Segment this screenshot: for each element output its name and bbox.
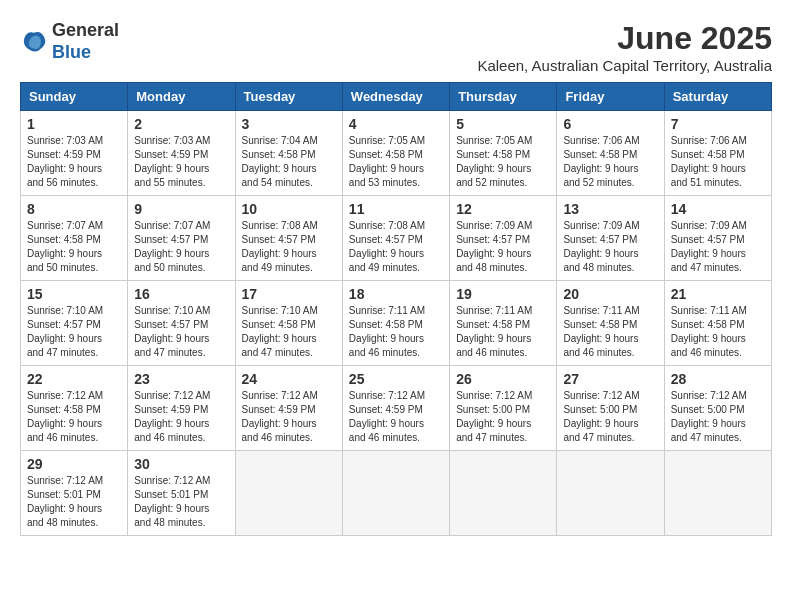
calendar-week-row: 15 Sunrise: 7:10 AM Sunset: 4:57 PM Dayl… — [21, 281, 772, 366]
daylight-text: Daylight: 9 hours and 47 minutes. — [563, 418, 638, 443]
title-block: June 2025 Kaleen, Australian Capital Ter… — [477, 20, 772, 74]
sunset-text: Sunset: 4:57 PM — [349, 234, 423, 245]
sunset-text: Sunset: 4:59 PM — [349, 404, 423, 415]
sunset-text: Sunset: 4:59 PM — [134, 404, 208, 415]
sunset-text: Sunset: 4:57 PM — [134, 234, 208, 245]
table-row: 15 Sunrise: 7:10 AM Sunset: 4:57 PM Dayl… — [21, 281, 128, 366]
sunrise-text: Sunrise: 7:07 AM — [134, 220, 210, 231]
day-info: Sunrise: 7:12 AM Sunset: 4:59 PM Dayligh… — [349, 389, 443, 445]
daylight-text: Daylight: 9 hours and 52 minutes. — [563, 163, 638, 188]
sunset-text: Sunset: 4:58 PM — [456, 149, 530, 160]
daylight-text: Daylight: 9 hours and 54 minutes. — [242, 163, 317, 188]
sunrise-text: Sunrise: 7:12 AM — [242, 390, 318, 401]
day-info: Sunrise: 7:05 AM Sunset: 4:58 PM Dayligh… — [456, 134, 550, 190]
header-monday: Monday — [128, 83, 235, 111]
daylight-text: Daylight: 9 hours and 49 minutes. — [349, 248, 424, 273]
day-info: Sunrise: 7:04 AM Sunset: 4:58 PM Dayligh… — [242, 134, 336, 190]
day-number: 19 — [456, 286, 550, 302]
sunset-text: Sunset: 4:58 PM — [563, 319, 637, 330]
sunset-text: Sunset: 4:57 PM — [563, 234, 637, 245]
day-info: Sunrise: 7:08 AM Sunset: 4:57 PM Dayligh… — [349, 219, 443, 275]
daylight-text: Daylight: 9 hours and 55 minutes. — [134, 163, 209, 188]
page-header: General Blue June 2025 Kaleen, Australia… — [20, 20, 772, 74]
sunrise-text: Sunrise: 7:06 AM — [563, 135, 639, 146]
sunset-text: Sunset: 5:00 PM — [456, 404, 530, 415]
table-row: 17 Sunrise: 7:10 AM Sunset: 4:58 PM Dayl… — [235, 281, 342, 366]
sunrise-text: Sunrise: 7:05 AM — [456, 135, 532, 146]
day-info: Sunrise: 7:12 AM Sunset: 4:59 PM Dayligh… — [134, 389, 228, 445]
sunrise-text: Sunrise: 7:12 AM — [349, 390, 425, 401]
sunset-text: Sunset: 4:58 PM — [671, 319, 745, 330]
table-row: 29 Sunrise: 7:12 AM Sunset: 5:01 PM Dayl… — [21, 451, 128, 536]
table-row: 24 Sunrise: 7:12 AM Sunset: 4:59 PM Dayl… — [235, 366, 342, 451]
daylight-text: Daylight: 9 hours and 52 minutes. — [456, 163, 531, 188]
sunrise-text: Sunrise: 7:12 AM — [563, 390, 639, 401]
day-number: 11 — [349, 201, 443, 217]
day-info: Sunrise: 7:12 AM Sunset: 4:58 PM Dayligh… — [27, 389, 121, 445]
daylight-text: Daylight: 9 hours and 48 minutes. — [563, 248, 638, 273]
sunset-text: Sunset: 4:58 PM — [242, 149, 316, 160]
table-row — [664, 451, 771, 536]
sunset-text: Sunset: 4:59 PM — [134, 149, 208, 160]
table-row: 27 Sunrise: 7:12 AM Sunset: 5:00 PM Dayl… — [557, 366, 664, 451]
table-row: 5 Sunrise: 7:05 AM Sunset: 4:58 PM Dayli… — [450, 111, 557, 196]
day-number: 8 — [27, 201, 121, 217]
header-thursday: Thursday — [450, 83, 557, 111]
sunset-text: Sunset: 4:58 PM — [27, 234, 101, 245]
day-info: Sunrise: 7:07 AM Sunset: 4:58 PM Dayligh… — [27, 219, 121, 275]
sunrise-text: Sunrise: 7:08 AM — [242, 220, 318, 231]
daylight-text: Daylight: 9 hours and 51 minutes. — [671, 163, 746, 188]
daylight-text: Daylight: 9 hours and 46 minutes. — [134, 418, 209, 443]
day-number: 21 — [671, 286, 765, 302]
table-row: 8 Sunrise: 7:07 AM Sunset: 4:58 PM Dayli… — [21, 196, 128, 281]
sunset-text: Sunset: 4:57 PM — [456, 234, 530, 245]
month-title: June 2025 — [477, 20, 772, 57]
day-number: 30 — [134, 456, 228, 472]
table-row — [450, 451, 557, 536]
day-number: 4 — [349, 116, 443, 132]
header-saturday: Saturday — [664, 83, 771, 111]
day-number: 17 — [242, 286, 336, 302]
daylight-text: Daylight: 9 hours and 47 minutes. — [456, 418, 531, 443]
day-info: Sunrise: 7:09 AM Sunset: 4:57 PM Dayligh… — [563, 219, 657, 275]
sunrise-text: Sunrise: 7:09 AM — [563, 220, 639, 231]
day-info: Sunrise: 7:08 AM Sunset: 4:57 PM Dayligh… — [242, 219, 336, 275]
daylight-text: Daylight: 9 hours and 53 minutes. — [349, 163, 424, 188]
daylight-text: Daylight: 9 hours and 47 minutes. — [671, 248, 746, 273]
day-info: Sunrise: 7:11 AM Sunset: 4:58 PM Dayligh… — [563, 304, 657, 360]
day-info: Sunrise: 7:10 AM Sunset: 4:58 PM Dayligh… — [242, 304, 336, 360]
header-wednesday: Wednesday — [342, 83, 449, 111]
sunset-text: Sunset: 5:01 PM — [134, 489, 208, 500]
sunrise-text: Sunrise: 7:10 AM — [242, 305, 318, 316]
daylight-text: Daylight: 9 hours and 46 minutes. — [671, 333, 746, 358]
calendar-week-row: 29 Sunrise: 7:12 AM Sunset: 5:01 PM Dayl… — [21, 451, 772, 536]
sunrise-text: Sunrise: 7:09 AM — [671, 220, 747, 231]
sunset-text: Sunset: 4:58 PM — [671, 149, 745, 160]
day-info: Sunrise: 7:12 AM Sunset: 5:00 PM Dayligh… — [671, 389, 765, 445]
day-number: 25 — [349, 371, 443, 387]
daylight-text: Daylight: 9 hours and 46 minutes. — [27, 418, 102, 443]
header-tuesday: Tuesday — [235, 83, 342, 111]
day-number: 1 — [27, 116, 121, 132]
sunset-text: Sunset: 4:57 PM — [242, 234, 316, 245]
sunset-text: Sunset: 4:59 PM — [27, 149, 101, 160]
day-number: 14 — [671, 201, 765, 217]
sunset-text: Sunset: 4:59 PM — [242, 404, 316, 415]
calendar-week-row: 22 Sunrise: 7:12 AM Sunset: 4:58 PM Dayl… — [21, 366, 772, 451]
table-row: 22 Sunrise: 7:12 AM Sunset: 4:58 PM Dayl… — [21, 366, 128, 451]
table-row: 26 Sunrise: 7:12 AM Sunset: 5:00 PM Dayl… — [450, 366, 557, 451]
table-row: 2 Sunrise: 7:03 AM Sunset: 4:59 PM Dayli… — [128, 111, 235, 196]
daylight-text: Daylight: 9 hours and 48 minutes. — [456, 248, 531, 273]
daylight-text: Daylight: 9 hours and 48 minutes. — [27, 503, 102, 528]
day-number: 5 — [456, 116, 550, 132]
daylight-text: Daylight: 9 hours and 56 minutes. — [27, 163, 102, 188]
sunrise-text: Sunrise: 7:11 AM — [671, 305, 747, 316]
sunrise-text: Sunrise: 7:12 AM — [134, 475, 210, 486]
daylight-text: Daylight: 9 hours and 46 minutes. — [349, 418, 424, 443]
day-number: 12 — [456, 201, 550, 217]
calendar-week-row: 1 Sunrise: 7:03 AM Sunset: 4:59 PM Dayli… — [21, 111, 772, 196]
sunrise-text: Sunrise: 7:11 AM — [563, 305, 639, 316]
sunset-text: Sunset: 4:58 PM — [349, 319, 423, 330]
sunrise-text: Sunrise: 7:06 AM — [671, 135, 747, 146]
table-row: 14 Sunrise: 7:09 AM Sunset: 4:57 PM Dayl… — [664, 196, 771, 281]
